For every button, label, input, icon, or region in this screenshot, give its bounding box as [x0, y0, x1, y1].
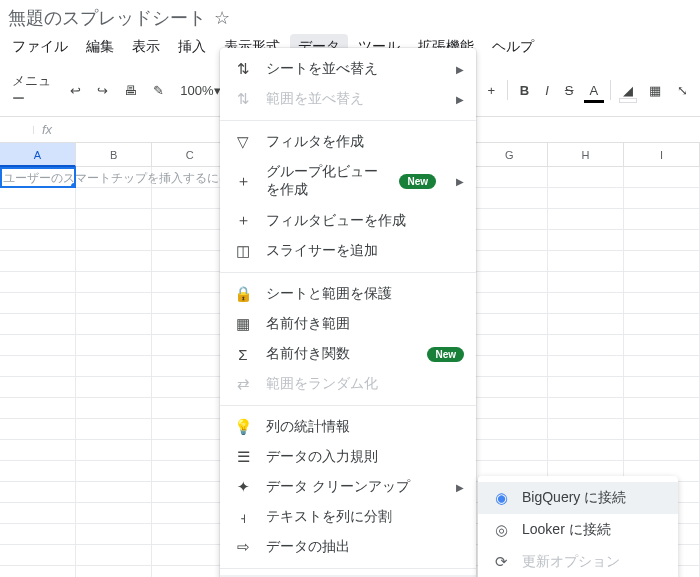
menu-item-名前付き範囲[interactable]: ▦名前付き範囲: [220, 309, 476, 339]
strikethrough-icon[interactable]: S: [559, 79, 580, 102]
cell[interactable]: [548, 314, 624, 335]
col-head-c[interactable]: C: [152, 143, 228, 167]
fill-color-icon[interactable]: ◢: [617, 79, 639, 102]
cell[interactable]: [0, 524, 76, 545]
cell[interactable]: [548, 188, 624, 209]
cell[interactable]: [76, 461, 152, 482]
selection-handle[interactable]: [71, 183, 76, 188]
cell[interactable]: [0, 230, 76, 251]
borders-icon[interactable]: ▦: [643, 79, 667, 102]
cell[interactable]: [548, 398, 624, 419]
cell[interactable]: [0, 377, 76, 398]
menu-item-シートを並べ替え[interactable]: ⇅シートを並べ替え▶: [220, 54, 476, 84]
menu-item-名前付き関数[interactable]: Σ名前付き関数New: [220, 339, 476, 369]
cell[interactable]: [548, 440, 624, 461]
cell[interactable]: [624, 230, 700, 251]
cell[interactable]: [0, 356, 76, 377]
col-head-a[interactable]: A: [0, 143, 76, 167]
cell[interactable]: [472, 230, 548, 251]
cell[interactable]: [624, 167, 700, 188]
doc-title[interactable]: 無題のスプレッドシート: [8, 6, 206, 30]
cell[interactable]: [0, 251, 76, 272]
cell[interactable]: [472, 251, 548, 272]
cell[interactable]: [624, 293, 700, 314]
cell[interactable]: [472, 167, 548, 188]
cell[interactable]: [472, 419, 548, 440]
cell[interactable]: [472, 314, 548, 335]
cell[interactable]: [548, 272, 624, 293]
cell[interactable]: [0, 503, 76, 524]
cell[interactable]: [76, 503, 152, 524]
increase-decimal-icon[interactable]: +: [481, 79, 501, 102]
cell[interactable]: [76, 377, 152, 398]
cell[interactable]: [76, 272, 152, 293]
cell[interactable]: [76, 314, 152, 335]
menu-edit[interactable]: 編集: [78, 34, 122, 60]
name-box[interactable]: [0, 126, 34, 134]
cell[interactable]: [76, 566, 152, 577]
cell[interactable]: [472, 272, 548, 293]
cell[interactable]: [624, 188, 700, 209]
menu-item-シートと範囲を保護[interactable]: 🔒シートと範囲を保護: [220, 279, 476, 309]
cell[interactable]: [152, 188, 228, 209]
menu-item-フィルタビューを作成[interactable]: ＋フィルタビューを作成: [220, 205, 476, 236]
cell[interactable]: [0, 461, 76, 482]
cell[interactable]: [0, 314, 76, 335]
merge-icon[interactable]: ⤡: [671, 79, 694, 102]
cell[interactable]: [76, 482, 152, 503]
menu-item-テキストを列に分割[interactable]: ⫞テキストを列に分割: [220, 502, 476, 532]
cell[interactable]: [0, 566, 76, 577]
cell[interactable]: [0, 272, 76, 293]
cell[interactable]: [152, 440, 228, 461]
cell[interactable]: [548, 419, 624, 440]
cell[interactable]: [0, 482, 76, 503]
cell[interactable]: [548, 167, 624, 188]
menu-item-フィルタを作成[interactable]: ▽フィルタを作成: [220, 127, 476, 157]
cell[interactable]: [0, 335, 76, 356]
print-icon[interactable]: 🖶: [118, 79, 143, 102]
cell[interactable]: [76, 293, 152, 314]
menu-item-データ クリーンアップ[interactable]: ✦データ クリーンアップ▶: [220, 472, 476, 502]
cell[interactable]: [76, 335, 152, 356]
menu-view[interactable]: 表示: [124, 34, 168, 60]
cell[interactable]: [0, 293, 76, 314]
cell[interactable]: [76, 419, 152, 440]
star-icon[interactable]: ☆: [214, 7, 230, 29]
cell[interactable]: [472, 335, 548, 356]
zoom-dropdown[interactable]: 100% ▾: [174, 81, 226, 100]
cell[interactable]: [152, 293, 228, 314]
cell[interactable]: [0, 419, 76, 440]
cell[interactable]: [548, 377, 624, 398]
submenu-item-BigQuery に接続[interactable]: ◉BigQuery に接続: [478, 482, 678, 514]
submenu-item-Looker に接続[interactable]: ◎Looker に接続: [478, 514, 678, 546]
cell[interactable]: [0, 440, 76, 461]
cell[interactable]: [472, 209, 548, 230]
cell[interactable]: [152, 356, 228, 377]
cell[interactable]: [152, 167, 228, 188]
menus-button[interactable]: メニュー: [6, 68, 60, 112]
cell[interactable]: [624, 377, 700, 398]
cell[interactable]: [624, 314, 700, 335]
cell[interactable]: [0, 398, 76, 419]
menu-item-データの入力規則[interactable]: ☰データの入力規則: [220, 442, 476, 472]
menu-help[interactable]: ヘルプ: [484, 34, 542, 60]
menu-insert[interactable]: 挿入: [170, 34, 214, 60]
cell[interactable]: [152, 419, 228, 440]
cell[interactable]: [152, 230, 228, 251]
cell[interactable]: [76, 356, 152, 377]
redo-icon[interactable]: ↪: [91, 79, 114, 102]
cell[interactable]: [152, 524, 228, 545]
cell[interactable]: [76, 440, 152, 461]
cell[interactable]: [624, 398, 700, 419]
cell[interactable]: [152, 461, 228, 482]
col-head-b[interactable]: B: [76, 143, 152, 167]
cell[interactable]: [472, 188, 548, 209]
cell[interactable]: [624, 335, 700, 356]
cell[interactable]: [548, 356, 624, 377]
cell[interactable]: [76, 167, 152, 188]
menu-item-データの抽出[interactable]: ⇨データの抽出: [220, 532, 476, 562]
cell[interactable]: [76, 398, 152, 419]
cell[interactable]: [624, 272, 700, 293]
cell[interactable]: [152, 251, 228, 272]
cell[interactable]: [548, 209, 624, 230]
